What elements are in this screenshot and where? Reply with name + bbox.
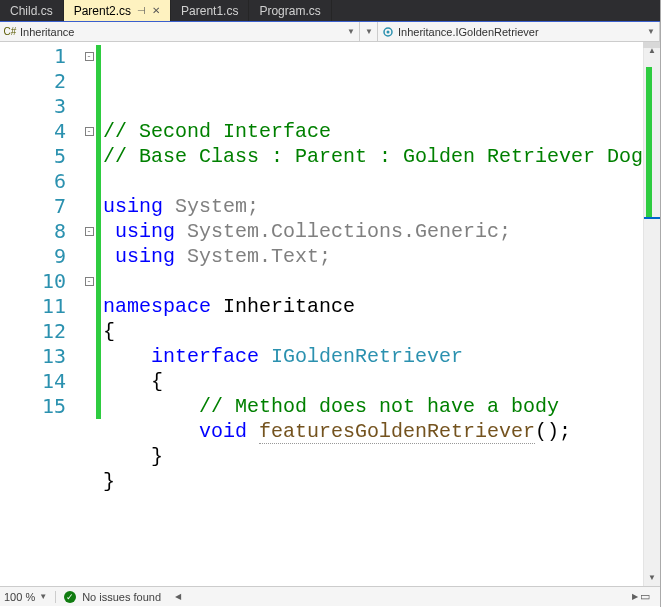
code-line[interactable] xyxy=(103,169,643,194)
code-line[interactable]: } xyxy=(103,469,643,494)
line-number: 14 xyxy=(0,369,76,394)
zoom-control[interactable]: 100 % ▼ xyxy=(4,591,56,603)
line-number: 7 xyxy=(0,194,76,219)
code-line[interactable]: using System.Collections.Generic; xyxy=(103,219,643,244)
pin-icon[interactable]: ⊣ xyxy=(137,5,146,16)
fold-cell xyxy=(82,169,96,194)
chevron-down-icon: ▼ xyxy=(647,27,655,36)
line-number: 8 xyxy=(0,219,76,244)
fold-cell[interactable]: - xyxy=(82,44,96,69)
fold-cell xyxy=(82,294,96,319)
fold-cell xyxy=(82,319,96,344)
fold-cell[interactable]: - xyxy=(82,119,96,144)
vertical-scrollbar[interactable]: ▲ ▼ xyxy=(643,42,660,586)
fold-cell xyxy=(82,394,96,419)
code-line[interactable]: } xyxy=(103,444,643,469)
horizontal-scrollbar[interactable] xyxy=(181,589,626,605)
line-number: 12 xyxy=(0,319,76,344)
tab-child[interactable]: Child.cs xyxy=(0,0,64,21)
code-line[interactable]: // Second Interface xyxy=(103,119,643,144)
navigation-bar: C# Inheritance ▼ ▼ Inheritance.IGoldenRe… xyxy=(0,22,660,42)
scroll-down-button[interactable]: ▼ xyxy=(644,569,660,586)
code-line[interactable]: interface IGoldenRetriever xyxy=(103,344,643,369)
code-line[interactable]: using System; xyxy=(103,194,643,219)
code-line[interactable]: // Base Class : Parent : Golden Retrieve… xyxy=(103,144,643,169)
code-line[interactable]: namespace Inheritance xyxy=(103,294,643,319)
code-line[interactable]: void featuresGoldenRetriever(); xyxy=(103,419,643,444)
fold-cell xyxy=(82,369,96,394)
fold-cell xyxy=(82,344,96,369)
line-number: 2 xyxy=(0,69,76,94)
fold-cell[interactable]: - xyxy=(82,219,96,244)
fold-cell xyxy=(82,194,96,219)
fold-cell xyxy=(82,144,96,169)
zoom-label: 100 % xyxy=(4,591,35,603)
code-line[interactable]: { xyxy=(103,319,643,344)
tab-bar: Child.cs Parent2.cs ⊣ ✕ Parent1.cs Progr… xyxy=(0,0,660,22)
scope-label: Inheritance xyxy=(20,26,74,38)
line-number: 10 xyxy=(0,269,76,294)
chevron-down-icon: ▼ xyxy=(39,592,47,601)
line-number: 11 xyxy=(0,294,76,319)
line-number: 6 xyxy=(0,169,76,194)
close-icon[interactable]: ✕ xyxy=(152,5,160,16)
tab-program[interactable]: Program.cs xyxy=(249,0,331,21)
line-number: 13 xyxy=(0,344,76,369)
chevron-down-icon: ▼ xyxy=(347,27,355,36)
code-line[interactable] xyxy=(103,269,643,294)
chevron-down-icon: ▼ xyxy=(365,27,373,36)
svg-point-1 xyxy=(387,30,390,33)
fold-toggle-icon[interactable]: - xyxy=(85,227,94,236)
issues-label: No issues found xyxy=(82,591,161,603)
tab-parent2[interactable]: Parent2.cs ⊣ ✕ xyxy=(64,0,171,21)
line-number: 15 xyxy=(0,394,76,419)
code-line[interactable]: // Method does not have a body xyxy=(103,394,643,419)
code-editor[interactable]: 123456789101112131415 ---- // Second Int… xyxy=(0,42,660,586)
change-marker xyxy=(646,67,652,217)
line-number: 9 xyxy=(0,244,76,269)
scope-dropdown[interactable]: C# Inheritance ▼ xyxy=(0,22,360,41)
check-icon: ✓ xyxy=(64,591,76,603)
code-line[interactable]: using System.Text; xyxy=(103,244,643,269)
code-area[interactable]: // Second Interface// Base Class : Paren… xyxy=(101,42,643,586)
line-number: 1 xyxy=(0,44,76,69)
caret-marker xyxy=(644,217,660,219)
csharp-icon: C# xyxy=(4,26,16,38)
fold-cell[interactable]: - xyxy=(82,269,96,294)
fold-cell xyxy=(82,244,96,269)
fold-toggle-icon[interactable]: - xyxy=(85,127,94,136)
editor-options-icon[interactable]: ▭ xyxy=(638,590,652,604)
line-number-gutter: 123456789101112131415 xyxy=(0,42,82,586)
scroll-thumb[interactable] xyxy=(185,589,435,605)
issues-indicator[interactable]: ✓ No issues found xyxy=(56,591,169,603)
line-number: 5 xyxy=(0,144,76,169)
line-number: 3 xyxy=(0,94,76,119)
fold-cell xyxy=(82,69,96,94)
fold-toggle-icon[interactable]: - xyxy=(85,52,94,61)
interface-icon xyxy=(382,26,394,38)
nav-mid-dropdown[interactable]: ▼ xyxy=(360,22,378,41)
fold-column: ---- xyxy=(82,42,96,586)
split-handle[interactable] xyxy=(643,42,660,48)
fold-cell xyxy=(82,94,96,119)
tab-parent1[interactable]: Parent1.cs xyxy=(171,0,249,21)
line-number: 4 xyxy=(0,119,76,144)
member-label: Inheritance.IGoldenRetriever xyxy=(398,26,539,38)
status-bar: 100 % ▼ ✓ No issues found ◀ ▶ ▭ xyxy=(0,586,660,606)
fold-toggle-icon[interactable]: - xyxy=(85,277,94,286)
member-dropdown[interactable]: Inheritance.IGoldenRetriever ▼ xyxy=(378,22,660,41)
code-line[interactable]: { xyxy=(103,369,643,394)
